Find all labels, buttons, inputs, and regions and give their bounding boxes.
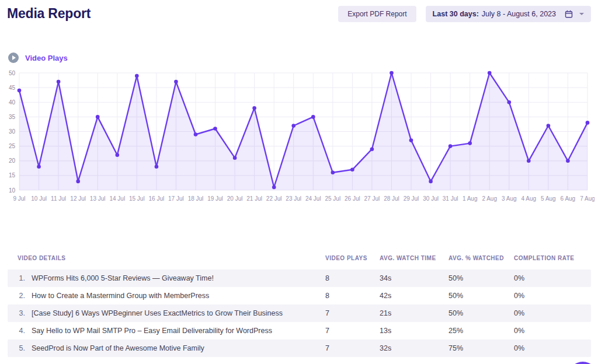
x-axis-tick-label: 21 Jul <box>246 195 262 202</box>
table-header-row: VIDEO DETAILS VIDEO PLAYS AVG. WATCH TIM… <box>8 255 591 270</box>
chart-point <box>252 106 256 110</box>
avg-watch-time-cell: 42s <box>380 292 448 300</box>
x-axis-tick-label: 5 Aug <box>541 195 556 202</box>
chart-point <box>291 124 295 128</box>
x-axis-tick-label: 9 Jul <box>13 195 25 202</box>
x-axis-tick-label: 30 Jul <box>423 195 439 202</box>
chart-point <box>488 71 492 75</box>
section-title: Video Plays <box>25 54 68 62</box>
completion-rate-cell: 0% <box>514 344 591 352</box>
y-axis-tick-label: 35 <box>9 114 16 120</box>
chart-point <box>527 159 531 163</box>
chart-point <box>468 141 472 145</box>
y-axis-tick-label: 15 <box>9 172 16 178</box>
y-axis-tick-label: 25 <box>9 143 16 149</box>
x-axis-tick-label: 22 Jul <box>266 195 282 202</box>
x-axis-tick-label: 23 Jul <box>286 195 301 202</box>
top-bar: Media Report Export PDF Report Last 30 d… <box>7 6 591 22</box>
chart-point <box>116 153 120 157</box>
x-axis-tick-label: 6 Aug <box>561 195 576 202</box>
video-plays-chart: 1015202530354045509 Jul10 Jul11 Jul12 Ju… <box>4 68 594 205</box>
x-axis-tick-label: 2 Aug <box>482 195 497 202</box>
chart-point <box>331 171 335 175</box>
y-axis-tick-label: 30 <box>9 128 16 135</box>
x-axis-tick-label: 24 Jul <box>305 195 321 202</box>
date-range-picker[interactable]: Last 30 days: July 8 - August 6, 2023 <box>426 6 591 22</box>
completion-rate-cell: 0% <box>514 309 591 317</box>
x-axis-tick-label: 7 Aug <box>580 195 594 202</box>
x-axis-tick-label: 16 Jul <box>149 195 165 202</box>
x-axis-tick-label: 3 Aug <box>502 195 517 202</box>
chart-point <box>311 115 315 119</box>
chart-point <box>429 180 433 184</box>
chart-point <box>350 168 354 172</box>
page-title: Media Report <box>7 6 91 21</box>
x-axis-tick-label: 18 Jul <box>188 195 204 202</box>
chart-point <box>174 80 178 84</box>
x-axis-tick-label: 12 Jul <box>70 195 86 202</box>
completion-rate-cell: 0% <box>514 327 591 335</box>
x-axis-tick-label: 14 Jul <box>109 195 125 202</box>
video-plays-section-header: Video Plays <box>8 52 591 63</box>
x-axis-tick-label: 4 Aug <box>521 195 537 202</box>
video-details-cell: 4.Say Hello to WP Mail SMTP Pro – Easy E… <box>8 327 325 335</box>
video-details-cell: 5.SeedProd is Now Part of the Awesome Mo… <box>8 344 325 352</box>
video-title: Say Hello to WP Mail SMTP Pro – Easy Ema… <box>32 327 272 335</box>
video-title: WPForms Hits 6,000 5-Star Reviews — Give… <box>32 274 214 282</box>
play-icon <box>8 52 19 63</box>
row-rank: 2. <box>18 292 25 300</box>
chart-point <box>448 144 453 148</box>
calendar-icon <box>565 10 573 18</box>
avg-pct-watched-cell: 25% <box>448 327 514 335</box>
chart-point <box>586 121 590 125</box>
avg-pct-watched-cell: 50% <box>448 292 514 300</box>
help-chat-fab-button[interactable] <box>568 362 597 364</box>
column-header-avg-watch-time: AVG. WATCH TIME <box>380 255 448 261</box>
x-axis-tick-label: 10 Jul <box>31 195 47 202</box>
export-pdf-button[interactable]: Export PDF Report <box>338 6 416 22</box>
x-axis-tick-label: 26 Jul <box>345 195 360 202</box>
date-range-value: July 8 - August 6, 2023 <box>482 10 556 18</box>
x-axis-tick-label: 15 Jul <box>129 195 145 202</box>
chart-point <box>135 74 139 78</box>
x-axis-tick-label: 31 Jul <box>443 195 458 202</box>
chart-point <box>547 124 551 128</box>
y-axis-tick-label: 50 <box>9 70 16 76</box>
x-axis-tick-label: 17 Jul <box>168 195 184 202</box>
video-details-table: VIDEO DETAILS VIDEO PLAYS AVG. WATCH TIM… <box>8 255 591 357</box>
video-title: SeedProd is Now Part of the Awesome Moti… <box>32 344 204 352</box>
table-row: 2.How to Create a Mastermind Group with … <box>8 287 591 304</box>
column-header-video-plays: VIDEO PLAYS <box>325 255 380 261</box>
chart-point <box>409 138 413 142</box>
video-details-cell: 2.How to Create a Mastermind Group with … <box>8 292 325 300</box>
table-row: 4.Say Hello to WP Mail SMTP Pro – Easy E… <box>8 322 591 340</box>
x-axis-tick-label: 19 Jul <box>207 195 223 202</box>
chart-point <box>37 165 41 169</box>
y-axis-tick-label: 45 <box>9 85 16 91</box>
date-range-label: Last 30 days: <box>433 10 479 18</box>
video-title: [Case Study] 6 Ways WPBeginner Uses Exac… <box>32 309 283 317</box>
row-rank: 5. <box>18 344 25 352</box>
avg-watch-time-cell: 32s <box>380 344 448 352</box>
header-actions: Export PDF Report Last 30 days: July 8 -… <box>338 6 591 22</box>
row-rank: 1. <box>18 274 25 282</box>
video-plays-cell: 7 <box>325 327 380 335</box>
x-axis-tick-label: 1 Aug <box>463 195 478 202</box>
table-row: 1.WPForms Hits 6,000 5-Star Reviews — Gi… <box>8 270 591 287</box>
table-row: 3.[Case Study] 6 Ways WPBeginner Uses Ex… <box>8 304 591 322</box>
chart-point <box>370 147 374 151</box>
column-header-avg-pct-watched: AVG. % WATCHED <box>448 255 514 261</box>
video-title: How to Create a Mastermind Group with Me… <box>32 292 209 300</box>
chart-point <box>566 159 570 163</box>
y-axis-tick-label: 40 <box>9 99 16 106</box>
video-plays-cell: 8 <box>325 274 380 282</box>
table-body: 1.WPForms Hits 6,000 5-Star Reviews — Gi… <box>8 270 591 357</box>
chart-point <box>507 100 512 104</box>
chart-point <box>18 89 22 93</box>
video-plays-cell: 7 <box>325 344 380 352</box>
avg-pct-watched-cell: 75% <box>448 344 514 352</box>
avg-watch-time-cell: 13s <box>380 327 448 335</box>
chart-point <box>390 71 394 75</box>
chart-point <box>57 80 61 84</box>
chart-point <box>96 115 100 119</box>
